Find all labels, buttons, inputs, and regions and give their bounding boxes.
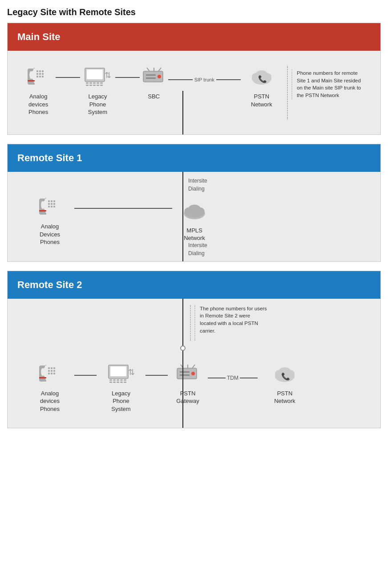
main-site-banner: Main Site (8, 23, 380, 51)
svg-rect-17 (86, 85, 89, 86)
svg-rect-12 (86, 82, 89, 84)
svg-text:⇅: ⇅ (105, 71, 111, 80)
pstn-network-icon: 📞 (247, 66, 276, 90)
main-site-content: Analog devices Phones (8, 51, 380, 134)
svg-rect-29 (146, 77, 156, 79)
svg-rect-35 (48, 200, 50, 202)
svg-rect-1 (39, 70, 41, 72)
svg-rect-72 (117, 382, 119, 383)
main-legacy-phone: ⇅ Legacy Phone System (80, 66, 115, 116)
mpls-icon (180, 200, 209, 224)
svg-rect-54 (51, 367, 53, 369)
remote-site-1-content: Intersite Dialing (8, 172, 380, 261)
sip-trunk-label: SIP trunk (194, 77, 214, 82)
page-title: Legacy Site with Remote Sites (7, 7, 385, 17)
svg-rect-20 (97, 85, 99, 86)
svg-rect-68 (120, 379, 123, 381)
svg-rect-4 (39, 73, 41, 75)
svg-point-80 (191, 372, 195, 375)
svg-rect-19 (93, 85, 96, 86)
main-pstn-note: Phone numbers for remote Site 1 and Main… (291, 69, 367, 99)
svg-rect-38 (48, 203, 50, 205)
svg-rect-16 (100, 82, 103, 84)
remote-site-1-banner: Remote Site 1 (8, 144, 380, 172)
svg-rect-28 (146, 74, 156, 76)
main-analog-device: Analog devices Phones (21, 66, 56, 116)
main-sbc: SBC (140, 66, 168, 101)
svg-rect-58 (53, 370, 55, 372)
sbc-icon (140, 66, 168, 90)
svg-rect-74 (124, 382, 126, 383)
intersite-label-top: Intersite Dialing (188, 176, 207, 192)
svg-rect-42 (51, 206, 53, 207)
mpls-network: MPLS Network (172, 200, 217, 242)
svg-rect-40 (53, 203, 55, 205)
svg-rect-69 (124, 379, 126, 381)
svg-rect-67 (117, 379, 119, 381)
remote2-analog-device: Analog devices Phones (25, 363, 74, 413)
svg-rect-82 (180, 374, 190, 376)
svg-rect-21 (100, 85, 103, 86)
svg-rect-9 (28, 80, 35, 81)
tdm-label: TDM (227, 375, 238, 381)
svg-rect-13 (89, 82, 92, 84)
main-pstn: 📞 PSTN Network (244, 66, 279, 108)
svg-line-79 (192, 365, 195, 368)
svg-rect-66 (113, 379, 116, 381)
svg-rect-0 (36, 70, 38, 72)
svg-point-52 (188, 205, 200, 213)
svg-text:📞: 📞 (281, 372, 290, 381)
svg-rect-70 (109, 382, 112, 383)
remote2-pstn-gateway: PSTN Gateway (168, 363, 208, 405)
remote2-pstn-note-area: The phone numbers for users in Remote Si… (190, 305, 268, 341)
remote2-pstn-icon: 📞 (271, 363, 299, 387)
svg-line-26 (158, 68, 161, 71)
svg-rect-3 (36, 73, 38, 75)
svg-rect-18 (89, 85, 92, 86)
svg-rect-65 (109, 379, 112, 381)
svg-rect-44 (39, 210, 46, 211)
svg-rect-11 (87, 69, 103, 79)
remote-site-2-content: The phone numbers for users in Remote Si… (8, 299, 380, 428)
svg-rect-37 (53, 200, 55, 202)
svg-rect-39 (51, 203, 53, 205)
svg-rect-41 (48, 206, 50, 207)
svg-rect-81 (180, 371, 190, 373)
svg-rect-53 (48, 367, 50, 369)
pstn-gateway-icon (174, 363, 202, 387)
svg-rect-57 (51, 370, 53, 372)
svg-rect-59 (48, 373, 50, 374)
svg-rect-43 (53, 206, 55, 207)
svg-rect-14 (93, 82, 96, 84)
remote2-pstn: 📞 PSTN Network (260, 363, 309, 405)
analog-phone-icon (24, 66, 53, 90)
remote2-pstn-note: The phone numbers for users in Remote Si… (194, 305, 268, 341)
remote2-legacy-phone-icon: ⇅ (107, 363, 135, 387)
remote-site-2-banner: Remote Site 2 (8, 271, 380, 299)
svg-rect-15 (97, 82, 99, 84)
svg-rect-5 (42, 73, 44, 75)
svg-rect-2 (42, 70, 44, 72)
svg-line-24 (147, 68, 150, 71)
svg-rect-7 (39, 76, 41, 77)
svg-rect-6 (36, 76, 38, 77)
svg-rect-36 (51, 200, 53, 202)
svg-rect-60 (51, 373, 53, 374)
remote2-analog-phone-icon (36, 363, 64, 387)
svg-rect-8 (42, 76, 44, 77)
svg-rect-64 (110, 366, 126, 376)
svg-point-27 (158, 75, 161, 78)
svg-rect-61 (53, 373, 55, 374)
svg-rect-55 (53, 367, 55, 369)
legacy-phone-system-icon: ⇅ (83, 66, 112, 90)
intersite-label-bottom: Intersite Dialing (188, 241, 207, 257)
remote1-analog-device: Analog Devices Phones (25, 196, 74, 246)
svg-rect-73 (120, 382, 123, 383)
svg-rect-62 (39, 377, 46, 378)
svg-text:📞: 📞 (258, 75, 267, 83)
svg-text:⇅: ⇅ (128, 368, 135, 377)
svg-rect-56 (48, 370, 50, 372)
svg-rect-71 (113, 382, 116, 383)
remote2-legacy-phone: ⇅ Legacy Phone System (97, 363, 145, 413)
remote1-analog-phone-icon (36, 196, 64, 220)
